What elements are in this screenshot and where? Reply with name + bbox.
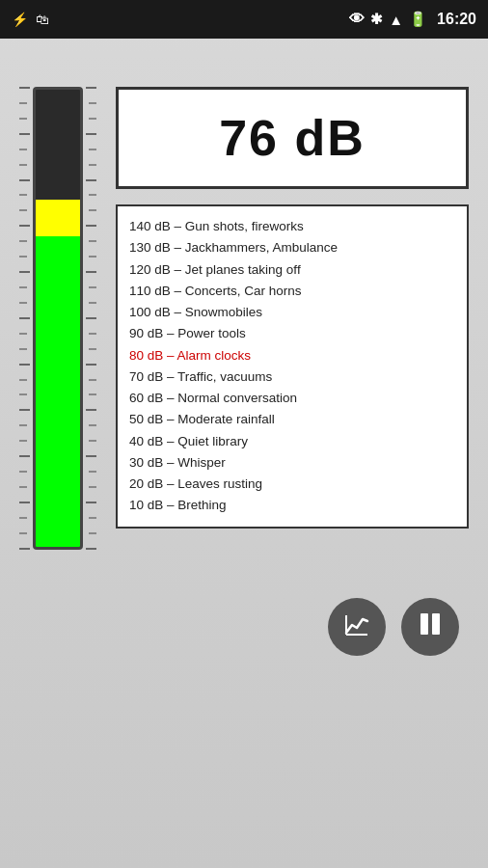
tick [19, 225, 30, 227]
db-list-item: 20 dB – Leaves rusting [129, 474, 455, 495]
db-list-item: 40 dB – Quiet library [129, 431, 455, 452]
tick [19, 532, 27, 534]
tick [89, 393, 96, 395]
tick [86, 409, 96, 411]
tick [89, 164, 96, 166]
tick [86, 548, 96, 550]
status-left-icons: ⚡ 🛍 [12, 12, 49, 27]
tick [89, 517, 96, 519]
db-display: 76 dB [116, 87, 469, 189]
bluetooth-icon: ✱ [370, 11, 383, 28]
db-list-item: 10 dB – Brething [129, 495, 455, 516]
pause-icon [418, 610, 443, 643]
tick [19, 149, 27, 150]
tick [19, 118, 27, 120]
db-list: 140 dB – Gun shots, fireworks130 dB – Ja… [116, 204, 469, 529]
tick [19, 486, 27, 488]
db-list-item: 70 dB – Traffic, vacuums [129, 366, 455, 388]
tick [89, 149, 96, 150]
tick [19, 409, 30, 411]
tick [89, 194, 96, 196]
main-content: 76 dB 140 dB – Gun shots, fireworks130 d… [0, 39, 488, 569]
svg-rect-2 [420, 613, 428, 635]
usb-icon: ⚡ [12, 12, 28, 27]
vu-fill-green [36, 236, 80, 547]
tick [19, 194, 27, 196]
tick [89, 286, 96, 288]
tick [19, 424, 27, 426]
tick [89, 440, 96, 442]
left-ticks [19, 87, 33, 550]
tick [19, 317, 30, 319]
tick [86, 87, 96, 89]
tick [19, 455, 30, 457]
tick [19, 471, 27, 473]
db-list-item: 90 dB – Power tools [129, 323, 455, 344]
tick [86, 271, 96, 273]
tick [86, 179, 96, 181]
tick [19, 102, 27, 104]
chart-button[interactable] [328, 598, 386, 656]
tick [89, 424, 96, 426]
tick [19, 240, 27, 242]
db-list-item: 30 dB – Whisper [129, 452, 455, 474]
tick [19, 502, 30, 503]
db-list-item: 130 dB – Jackhammers, Ambulance [129, 237, 455, 258]
tick [89, 379, 96, 381]
tick [89, 471, 96, 473]
battery-icon: 🔋 [409, 11, 427, 28]
db-list-item: 60 dB – Normal conversation [129, 388, 455, 409]
signal-icon: ▲ [389, 12, 403, 28]
tick [19, 271, 30, 273]
tick [19, 302, 27, 304]
bag-icon: 🛍 [36, 12, 49, 27]
tick [19, 256, 27, 258]
tick [86, 225, 96, 227]
tick [19, 379, 27, 381]
bottom-buttons [328, 598, 459, 656]
right-ticks [83, 87, 96, 550]
tick [89, 256, 96, 258]
tick [89, 486, 96, 488]
vu-meter-container [19, 87, 96, 550]
tick [19, 517, 27, 519]
db-list-item: 50 dB – Moderate rainfall [129, 409, 455, 430]
tick [19, 393, 27, 395]
db-list-item: 110 dB – Concerts, Car horns [129, 281, 455, 302]
tick [86, 317, 96, 319]
db-list-item: 120 dB – Jet planes taking off [129, 259, 455, 281]
tick [19, 133, 30, 135]
tick [89, 333, 96, 335]
tick [19, 333, 27, 335]
right-panel: 76 dB 140 dB – Gun shots, fireworks130 d… [116, 87, 469, 529]
tick [89, 209, 96, 211]
chart-icon [343, 611, 370, 642]
eye-icon: 👁 [349, 11, 365, 28]
tick [86, 364, 96, 366]
tick [89, 348, 96, 350]
tick [86, 455, 96, 457]
status-bar: ⚡ 🛍 👁 ✱ ▲ 🔋 16:20 [0, 0, 488, 39]
tick [19, 209, 27, 211]
tick [89, 102, 96, 104]
tick [89, 240, 96, 242]
db-list-item: 140 dB – Gun shots, fireworks [129, 216, 455, 237]
tick [19, 286, 27, 288]
tick [86, 502, 96, 503]
tick [19, 179, 30, 181]
tick [19, 440, 27, 442]
status-right-icons: 👁 ✱ ▲ 🔋 16:20 [349, 11, 476, 28]
time-display: 16:20 [437, 11, 476, 28]
tick [19, 548, 30, 550]
vu-fill-yellow [36, 200, 80, 236]
db-list-item: 80 dB – Alarm clocks [129, 345, 455, 366]
vu-meter-body [33, 87, 83, 550]
pause-button[interactable] [401, 598, 459, 656]
tick [19, 364, 30, 366]
tick [19, 164, 27, 166]
tick [86, 133, 96, 135]
db-list-item: 100 dB – Snowmobiles [129, 302, 455, 323]
tick [89, 532, 96, 534]
tick [19, 87, 30, 89]
tick [89, 118, 96, 120]
